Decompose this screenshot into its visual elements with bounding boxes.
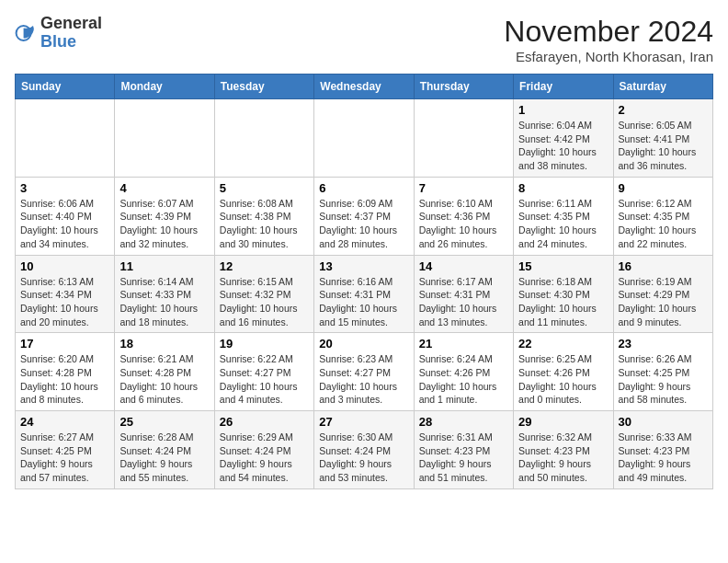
weekday-header-cell: Saturday	[613, 75, 712, 99]
day-info: Sunrise: 6:32 AMSunset: 4:23 PMDaylight:…	[518, 431, 608, 485]
day-number: 22	[518, 337, 608, 350]
calendar-day-cell: 3Sunrise: 6:06 AMSunset: 4:40 PMDaylight…	[16, 177, 115, 255]
day-info: Sunrise: 6:31 AMSunset: 4:23 PMDaylight:…	[419, 431, 508, 485]
day-number: 5	[220, 181, 309, 195]
day-number: 25	[119, 415, 209, 429]
calendar-day-cell: 14Sunrise: 6:17 AMSunset: 4:31 PMDayligh…	[414, 255, 513, 333]
day-info: Sunrise: 6:29 AMSunset: 4:24 PMDaylight:…	[220, 431, 309, 485]
day-info: Sunrise: 6:14 AMSunset: 4:33 PMDaylight:…	[119, 275, 209, 329]
calendar-week-row: 17Sunrise: 6:20 AMSunset: 4:28 PMDayligh…	[16, 333, 713, 411]
calendar-day-cell: 30Sunrise: 6:33 AMSunset: 4:23 PMDayligh…	[613, 411, 712, 489]
calendar-day-cell: 5Sunrise: 6:08 AMSunset: 4:38 PMDaylight…	[214, 177, 313, 255]
calendar-day-cell	[115, 99, 214, 178]
calendar-day-cell: 25Sunrise: 6:28 AMSunset: 4:24 PMDayligh…	[115, 411, 214, 489]
weekday-header-cell: Thursday	[414, 75, 513, 99]
day-info: Sunrise: 6:24 AMSunset: 4:26 PMDaylight:…	[419, 352, 508, 407]
day-info: Sunrise: 6:33 AMSunset: 4:23 PMDaylight:…	[619, 431, 708, 485]
day-number: 21	[419, 337, 508, 350]
day-info: Sunrise: 6:09 AMSunset: 4:37 PMDaylight:…	[319, 197, 408, 251]
day-info: Sunrise: 6:06 AMSunset: 4:40 PMDaylight:…	[20, 197, 109, 251]
day-number: 28	[419, 415, 508, 429]
calendar-day-cell: 1Sunrise: 6:04 AMSunset: 4:42 PMDaylight…	[514, 99, 613, 178]
logo: General Blue	[15, 15, 102, 52]
day-number: 7	[419, 181, 508, 195]
day-number: 26	[220, 415, 309, 429]
calendar-day-cell	[214, 99, 313, 178]
day-info: Sunrise: 6:04 AMSunset: 4:42 PMDaylight:…	[518, 119, 608, 173]
day-number: 16	[619, 259, 708, 273]
day-number: 30	[619, 415, 708, 429]
day-number: 9	[619, 181, 708, 195]
day-number: 18	[119, 337, 209, 350]
calendar-day-cell: 4Sunrise: 6:07 AMSunset: 4:39 PMDaylight…	[115, 177, 214, 255]
weekday-header-cell: Tuesday	[214, 75, 313, 99]
day-info: Sunrise: 6:17 AMSunset: 4:31 PMDaylight:…	[419, 275, 508, 329]
day-number: 4	[119, 181, 209, 195]
day-number: 11	[119, 259, 209, 273]
location-title: Esfarayen, North Khorasan, Iran	[504, 49, 713, 64]
calendar-day-cell: 17Sunrise: 6:20 AMSunset: 4:28 PMDayligh…	[16, 333, 115, 411]
calendar-day-cell: 24Sunrise: 6:27 AMSunset: 4:25 PMDayligh…	[16, 411, 115, 489]
weekday-header-cell: Monday	[115, 75, 214, 99]
day-info: Sunrise: 6:18 AMSunset: 4:30 PMDaylight:…	[518, 275, 608, 329]
day-info: Sunrise: 6:05 AMSunset: 4:41 PMDaylight:…	[619, 119, 708, 173]
header: General Blue November 2024 Esfarayen, No…	[15, 15, 713, 64]
day-info: Sunrise: 6:11 AMSunset: 4:35 PMDaylight:…	[518, 197, 608, 251]
calendar-week-row: 24Sunrise: 6:27 AMSunset: 4:25 PMDayligh…	[16, 411, 713, 489]
calendar-body: 1Sunrise: 6:04 AMSunset: 4:42 PMDaylight…	[16, 99, 713, 489]
calendar: SundayMondayTuesdayWednesdayThursdayFrid…	[15, 74, 713, 489]
calendar-day-cell	[314, 99, 414, 178]
logo-blue-text: Blue	[40, 32, 76, 51]
calendar-day-cell: 29Sunrise: 6:32 AMSunset: 4:23 PMDayligh…	[514, 411, 613, 489]
calendar-day-cell: 13Sunrise: 6:16 AMSunset: 4:31 PMDayligh…	[314, 255, 414, 333]
day-number: 29	[518, 415, 608, 429]
calendar-day-cell: 21Sunrise: 6:24 AMSunset: 4:26 PMDayligh…	[414, 333, 513, 411]
day-info: Sunrise: 6:19 AMSunset: 4:29 PMDaylight:…	[619, 275, 708, 329]
day-info: Sunrise: 6:30 AMSunset: 4:24 PMDaylight:…	[319, 431, 408, 485]
day-number: 12	[220, 259, 309, 273]
day-info: Sunrise: 6:10 AMSunset: 4:36 PMDaylight:…	[419, 197, 508, 251]
calendar-day-cell: 23Sunrise: 6:26 AMSunset: 4:25 PMDayligh…	[613, 333, 712, 411]
day-number: 17	[20, 337, 109, 350]
day-info: Sunrise: 6:26 AMSunset: 4:25 PMDaylight:…	[619, 352, 708, 407]
day-info: Sunrise: 6:27 AMSunset: 4:25 PMDaylight:…	[20, 431, 109, 485]
calendar-day-cell: 9Sunrise: 6:12 AMSunset: 4:35 PMDaylight…	[613, 177, 712, 255]
day-info: Sunrise: 6:25 AMSunset: 4:26 PMDaylight:…	[518, 352, 608, 407]
calendar-day-cell: 10Sunrise: 6:13 AMSunset: 4:34 PMDayligh…	[16, 255, 115, 333]
calendar-week-row: 3Sunrise: 6:06 AMSunset: 4:40 PMDaylight…	[16, 177, 713, 255]
day-number: 19	[220, 337, 309, 350]
calendar-day-cell: 15Sunrise: 6:18 AMSunset: 4:30 PMDayligh…	[514, 255, 613, 333]
day-info: Sunrise: 6:08 AMSunset: 4:38 PMDaylight:…	[220, 197, 309, 251]
calendar-day-cell: 27Sunrise: 6:30 AMSunset: 4:24 PMDayligh…	[314, 411, 414, 489]
calendar-day-cell: 19Sunrise: 6:22 AMSunset: 4:27 PMDayligh…	[214, 333, 313, 411]
calendar-day-cell: 2Sunrise: 6:05 AMSunset: 4:41 PMDaylight…	[613, 99, 712, 178]
day-number: 3	[20, 181, 109, 195]
day-number: 6	[319, 181, 408, 195]
day-info: Sunrise: 6:23 AMSunset: 4:27 PMDaylight:…	[319, 352, 408, 407]
weekday-header-row: SundayMondayTuesdayWednesdayThursdayFrid…	[16, 75, 713, 99]
day-info: Sunrise: 6:16 AMSunset: 4:31 PMDaylight:…	[319, 275, 408, 329]
calendar-day-cell: 26Sunrise: 6:29 AMSunset: 4:24 PMDayligh…	[214, 411, 313, 489]
calendar-day-cell: 11Sunrise: 6:14 AMSunset: 4:33 PMDayligh…	[115, 255, 214, 333]
day-number: 8	[518, 181, 608, 195]
logo-general-text: General	[40, 14, 102, 32]
calendar-day-cell: 20Sunrise: 6:23 AMSunset: 4:27 PMDayligh…	[314, 333, 414, 411]
calendar-day-cell: 12Sunrise: 6:15 AMSunset: 4:32 PMDayligh…	[214, 255, 313, 333]
day-info: Sunrise: 6:22 AMSunset: 4:27 PMDaylight:…	[220, 352, 309, 407]
calendar-day-cell: 7Sunrise: 6:10 AMSunset: 4:36 PMDaylight…	[414, 177, 513, 255]
day-info: Sunrise: 6:13 AMSunset: 4:34 PMDaylight:…	[20, 275, 109, 329]
month-title: November 2024	[504, 15, 713, 49]
day-number: 10	[20, 259, 109, 273]
calendar-day-cell: 8Sunrise: 6:11 AMSunset: 4:35 PMDaylight…	[514, 177, 613, 255]
calendar-day-cell: 18Sunrise: 6:21 AMSunset: 4:28 PMDayligh…	[115, 333, 214, 411]
calendar-week-row: 1Sunrise: 6:04 AMSunset: 4:42 PMDaylight…	[16, 99, 713, 178]
day-number: 24	[20, 415, 109, 429]
day-number: 2	[619, 103, 708, 117]
logo-icon	[15, 22, 37, 44]
weekday-header-cell: Wednesday	[314, 75, 414, 99]
day-number: 27	[319, 415, 408, 429]
day-info: Sunrise: 6:15 AMSunset: 4:32 PMDaylight:…	[220, 275, 309, 329]
day-number: 23	[619, 337, 708, 350]
day-number: 15	[518, 259, 608, 273]
day-number: 14	[419, 259, 508, 273]
